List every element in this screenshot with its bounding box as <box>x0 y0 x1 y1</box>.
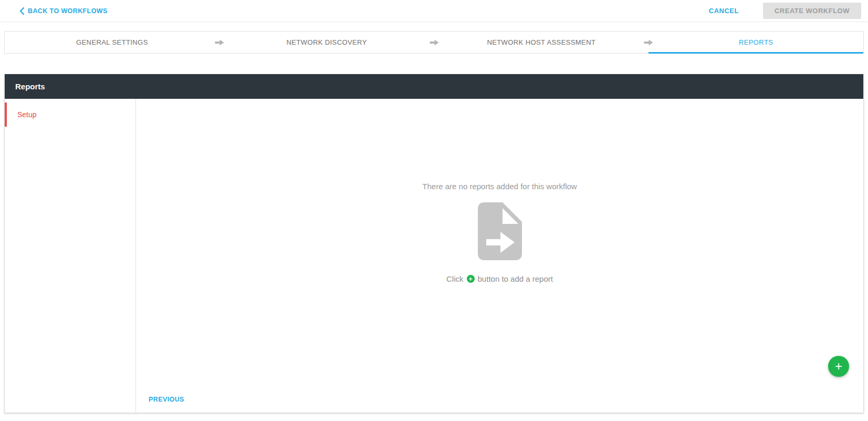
sidebar-item-setup[interactable]: Setup <box>5 102 135 127</box>
workflow-stepper: GENERAL SETTINGS NETWORK DISCOVERY NETWO… <box>4 31 864 54</box>
step-general-settings[interactable]: GENERAL SETTINGS <box>5 32 219 53</box>
panel-title: Reports <box>15 82 45 91</box>
cancel-button[interactable]: CANCEL <box>709 7 739 15</box>
back-to-workflows-label: BACK TO WORKFLOWS <box>28 7 108 15</box>
reports-panel: Reports Setup There are no reports added… <box>4 74 864 413</box>
hint-prefix: Click <box>446 274 464 283</box>
step-arrow-icon <box>429 39 439 46</box>
step-arrow-icon <box>214 39 224 46</box>
add-hint-plus-icon: + <box>467 275 475 283</box>
top-bar: BACK TO WORKFLOWS CANCEL CREATE WORKFLOW <box>0 0 868 22</box>
step-network-host-assessment-label: NETWORK HOST ASSESSMENT <box>487 38 595 46</box>
step-network-discovery[interactable]: NETWORK DISCOVERY <box>219 32 434 53</box>
reports-main-area: There are no reports added for this work… <box>136 99 863 413</box>
step-arrow-icon <box>644 39 654 46</box>
active-step-underline <box>649 52 863 54</box>
step-reports-label: REPORTS <box>739 38 773 46</box>
step-network-host-assessment[interactable]: NETWORK HOST ASSESSMENT <box>434 32 649 53</box>
add-report-fab-button[interactable]: + <box>828 356 849 377</box>
previous-button[interactable]: PREVIOUS <box>149 396 184 403</box>
hint-suffix: button to add a report <box>478 274 553 283</box>
empty-state-hint: Click + button to add a report <box>446 274 553 283</box>
back-to-workflows-link[interactable]: BACK TO WORKFLOWS <box>19 7 108 15</box>
reports-sidebar: Setup <box>5 99 136 413</box>
create-workflow-button[interactable]: CREATE WORKFLOW <box>763 3 861 19</box>
empty-state-message: There are no reports added for this work… <box>422 182 577 191</box>
panel-header: Reports <box>5 74 863 99</box>
step-network-discovery-label: NETWORK DISCOVERY <box>287 38 367 46</box>
step-general-settings-label: GENERAL SETTINGS <box>76 38 148 46</box>
chevron-left-icon <box>19 7 24 15</box>
empty-state: There are no reports added for this work… <box>136 182 863 283</box>
report-document-icon <box>478 202 522 260</box>
step-reports[interactable]: REPORTS <box>649 32 863 53</box>
sidebar-item-setup-label: Setup <box>17 110 37 119</box>
